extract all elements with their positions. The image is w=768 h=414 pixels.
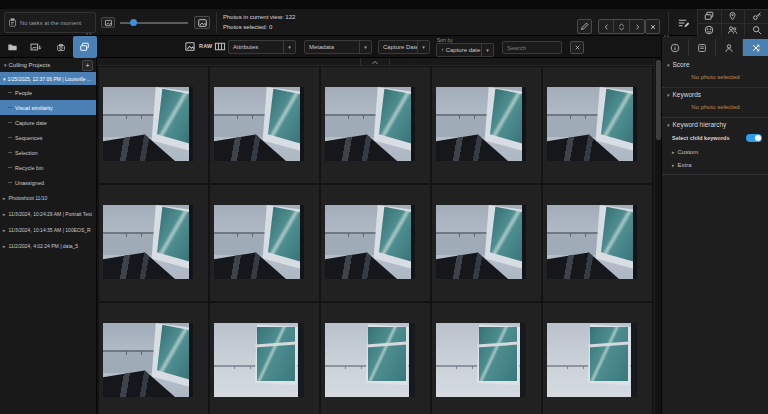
photo-thumbnail-window-ledge bbox=[325, 87, 415, 161]
score-header[interactable]: ▾Score bbox=[662, 58, 768, 71]
tree-connector bbox=[8, 137, 12, 138]
chevron-right-icon bbox=[634, 23, 641, 31]
single-view-icon[interactable] bbox=[184, 41, 196, 52]
search-tool-button[interactable] bbox=[744, 23, 768, 37]
crossed-arrows-icon bbox=[751, 43, 761, 53]
project-item[interactable]: ▸11/3/2024, 10:14:35 AM | 100EOS_R bbox=[0, 222, 96, 238]
photo-thumbnail-window-ledge bbox=[103, 87, 193, 161]
project-item-selected[interactable]: ▾ 1/25/2025, 12:37:06 PM | Louisville ..… bbox=[0, 72, 96, 85]
tab-keywords[interactable] bbox=[742, 39, 768, 56]
sort-dropdown[interactable]: ↑ Capture date ▾ bbox=[436, 43, 494, 57]
chevron-up-icon bbox=[371, 60, 379, 65]
grid-cell[interactable] bbox=[543, 303, 652, 414]
grid-cell[interactable] bbox=[210, 185, 319, 301]
next-photo-button[interactable] bbox=[630, 20, 644, 33]
thumbnail-size-large-button[interactable] bbox=[194, 16, 210, 29]
select-child-keywords-row: Select child keywords bbox=[662, 131, 768, 145]
thumbnail-size-slider[interactable] bbox=[120, 18, 188, 27]
grid-cell[interactable] bbox=[432, 303, 541, 414]
edit-list-button[interactable] bbox=[674, 15, 692, 30]
tab-metadata-card[interactable] bbox=[688, 39, 715, 56]
previous-photo-button[interactable] bbox=[599, 20, 613, 33]
grid-cell[interactable] bbox=[321, 303, 430, 414]
tab-import[interactable] bbox=[24, 36, 48, 58]
menu-bar: FileEditPhotoFindViewAnalyticsHelp bbox=[0, 0, 768, 9]
child-keywords-toggle[interactable] bbox=[746, 134, 762, 142]
people-button[interactable] bbox=[721, 23, 745, 37]
chevron-down-icon: ▾ bbox=[481, 44, 493, 56]
collapse-group-button[interactable] bbox=[360, 58, 390, 66]
clear-filters-button[interactable] bbox=[570, 41, 584, 54]
tab-info[interactable] bbox=[662, 39, 688, 56]
grid-cell[interactable] bbox=[543, 185, 652, 301]
grid-cell[interactable] bbox=[99, 67, 208, 183]
photo-thumbnail-window-bright bbox=[547, 323, 637, 397]
pencil-icon bbox=[580, 22, 589, 31]
project-child-visual-similarity[interactable]: Visual similarity bbox=[0, 100, 96, 115]
grid-cell[interactable] bbox=[432, 67, 541, 183]
grid-cell[interactable] bbox=[99, 185, 208, 301]
empty-state-text: No photo selected bbox=[662, 71, 768, 84]
project-child-sequences[interactable]: Sequences bbox=[0, 130, 96, 145]
grid-cell[interactable] bbox=[321, 185, 430, 301]
project-item[interactable]: ▸Photoshoot 11/10 bbox=[0, 190, 96, 206]
raw-filter-toggle[interactable]: RAW bbox=[199, 43, 212, 49]
keyword-hierarchy-section: ▾ Keyword hierarchy Select child keyword… bbox=[662, 118, 768, 175]
project-item[interactable]: ▸11/2/2024, 4:02:24 PM | data_5 bbox=[0, 238, 96, 254]
empty-state-text: No photo selected bbox=[662, 101, 768, 114]
project-item[interactable]: ▸11/3/2024, 10:24:29 AM | Portrait Test bbox=[0, 206, 96, 222]
grid-cell[interactable] bbox=[99, 303, 208, 414]
location-button[interactable] bbox=[721, 9, 745, 23]
chevron-down-icon: ▾ bbox=[359, 41, 371, 53]
metadata-dropdown[interactable]: Metadata ▾ bbox=[304, 40, 372, 54]
grid-cell[interactable] bbox=[210, 67, 319, 183]
edit-list-icon bbox=[677, 17, 690, 29]
edit-button[interactable] bbox=[577, 19, 592, 34]
tree-connector bbox=[8, 182, 12, 183]
keywords-header[interactable]: ▾Keywords bbox=[662, 88, 768, 101]
card-icon bbox=[697, 43, 707, 53]
attributes-dropdown[interactable]: Attributes ▾ bbox=[228, 40, 296, 54]
photo-thumbnail-window-ledge bbox=[103, 323, 193, 397]
keywords-section: ▾KeywordsNo photo selected bbox=[662, 88, 768, 118]
close-view-button[interactable] bbox=[645, 19, 660, 34]
grid-cell[interactable] bbox=[432, 185, 541, 301]
chevron-down-icon: ▾ bbox=[667, 62, 670, 68]
filmstrip-view-icon[interactable] bbox=[214, 41, 226, 52]
project-child-selection[interactable]: Selection bbox=[0, 145, 96, 160]
other-projects: ▸Photoshoot 11/10▸11/3/2024, 10:24:29 AM… bbox=[0, 190, 96, 254]
keyword-group-extra[interactable]: ▸Extra bbox=[662, 158, 768, 171]
project-child-unassigned[interactable]: Unassigned bbox=[0, 175, 96, 190]
project-child-recycle-bin[interactable]: Recycle bin bbox=[0, 160, 96, 175]
tab-collections[interactable] bbox=[73, 36, 97, 58]
duplicates-button[interactable] bbox=[697, 9, 721, 23]
keyword-group-custom[interactable]: ▸Custom bbox=[662, 145, 768, 158]
project-child-people[interactable]: People bbox=[0, 85, 96, 100]
photo-grid bbox=[97, 58, 654, 414]
add-project-button[interactable]: + bbox=[82, 60, 93, 71]
grid-cell[interactable] bbox=[321, 67, 430, 183]
thumbnail-size-small-button[interactable] bbox=[101, 17, 115, 28]
toggle-knob bbox=[755, 135, 761, 141]
project-child-capture-date[interactable]: Capture date bbox=[0, 115, 96, 130]
slider-thumb[interactable] bbox=[130, 19, 137, 26]
keyword-hierarchy-header[interactable]: ▾ Keyword hierarchy bbox=[662, 118, 768, 131]
tab-people[interactable] bbox=[715, 39, 742, 56]
grid-group-header bbox=[97, 58, 654, 66]
search-input[interactable] bbox=[502, 41, 562, 54]
chevron-right-icon: ▸ bbox=[3, 227, 6, 233]
photo-stats: Photos in current view: 122 Photos selec… bbox=[223, 12, 295, 32]
photo-index-stepper[interactable] bbox=[613, 20, 630, 33]
faces-button[interactable] bbox=[697, 23, 721, 37]
tab-folders[interactable] bbox=[0, 36, 24, 58]
grid-scrollbar[interactable] bbox=[654, 58, 661, 414]
capture-date-dropdown[interactable]: Capture Date ▾ bbox=[378, 40, 430, 54]
photo-navigation-group bbox=[598, 19, 645, 34]
culling-projects-header[interactable]: ▾ Culling Projects + bbox=[0, 58, 96, 72]
details-panel: ** ▾ScoreNo bbox=[661, 36, 768, 414]
grid-cell[interactable] bbox=[210, 303, 319, 414]
tab-camera[interactable] bbox=[49, 36, 73, 58]
key-button[interactable] bbox=[744, 9, 768, 23]
resize-handle[interactable]: ** bbox=[86, 32, 92, 38]
grid-cell[interactable] bbox=[543, 67, 652, 183]
